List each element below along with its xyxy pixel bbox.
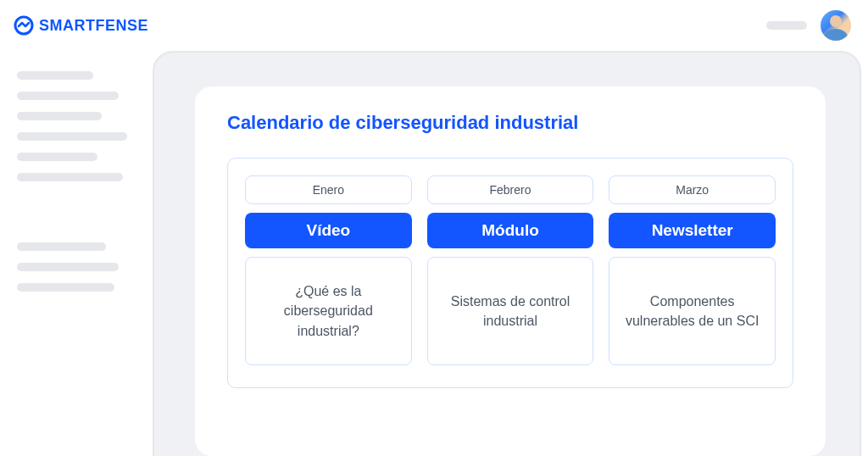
topbar-placeholder bbox=[766, 21, 807, 30]
sidebar-item[interactable] bbox=[17, 112, 102, 120]
month-cell[interactable]: Enero bbox=[245, 175, 412, 204]
page-title: Calendario de ciberseguridad industrial bbox=[227, 112, 793, 134]
sidebar-item[interactable] bbox=[17, 242, 106, 251]
brand-name: SMARTFENSE bbox=[39, 17, 148, 35]
brand-logo[interactable]: SMARTFENSE bbox=[14, 15, 148, 36]
type-cell[interactable]: Módulo bbox=[427, 213, 594, 248]
calendar-box: Enero Vídeo ¿Qué es la ciberseguridad in… bbox=[227, 158, 793, 388]
month-cell[interactable]: Marzo bbox=[609, 175, 776, 204]
topbar-right bbox=[766, 10, 851, 41]
topbar: SMARTFENSE bbox=[0, 0, 868, 51]
avatar[interactable] bbox=[821, 10, 851, 41]
app-root: SMARTFENSE Calend bbox=[0, 0, 868, 456]
calendar-column: Febrero Módulo Sistemas de control indus… bbox=[427, 175, 594, 365]
sidebar-item[interactable] bbox=[17, 173, 123, 181]
calendar-column: Enero Vídeo ¿Qué es la ciberseguridad in… bbox=[245, 175, 412, 365]
brand-logo-icon bbox=[14, 15, 34, 36]
main-frame: Calendario de ciberseguridad industrial … bbox=[153, 51, 861, 456]
sidebar-item[interactable] bbox=[17, 153, 97, 161]
calendar-column: Marzo Newsletter Componentes vulnerables… bbox=[609, 175, 776, 365]
sidebar-item[interactable] bbox=[17, 92, 119, 100]
month-cell[interactable]: Febrero bbox=[427, 175, 594, 204]
sidebar bbox=[0, 51, 153, 456]
type-cell[interactable]: Vídeo bbox=[245, 213, 412, 248]
sidebar-gap bbox=[17, 195, 136, 229]
body: Calendario de ciberseguridad industrial … bbox=[0, 51, 868, 456]
sidebar-group-1 bbox=[17, 71, 136, 181]
type-cell[interactable]: Newsletter bbox=[609, 213, 776, 248]
sidebar-item[interactable] bbox=[17, 283, 114, 292]
topic-cell[interactable]: Sistemas de control industrial bbox=[427, 257, 594, 365]
topic-cell[interactable]: Componentes vulnerables de un SCI bbox=[609, 257, 776, 365]
sidebar-item[interactable] bbox=[17, 132, 127, 141]
sidebar-item[interactable] bbox=[17, 263, 119, 271]
content-card: Calendario de ciberseguridad industrial … bbox=[195, 86, 826, 456]
sidebar-group-2 bbox=[17, 242, 136, 292]
topic-cell[interactable]: ¿Qué es la ciberseguridad industrial? bbox=[245, 257, 412, 365]
calendar-columns: Enero Vídeo ¿Qué es la ciberseguridad in… bbox=[245, 175, 776, 365]
sidebar-item[interactable] bbox=[17, 71, 93, 80]
